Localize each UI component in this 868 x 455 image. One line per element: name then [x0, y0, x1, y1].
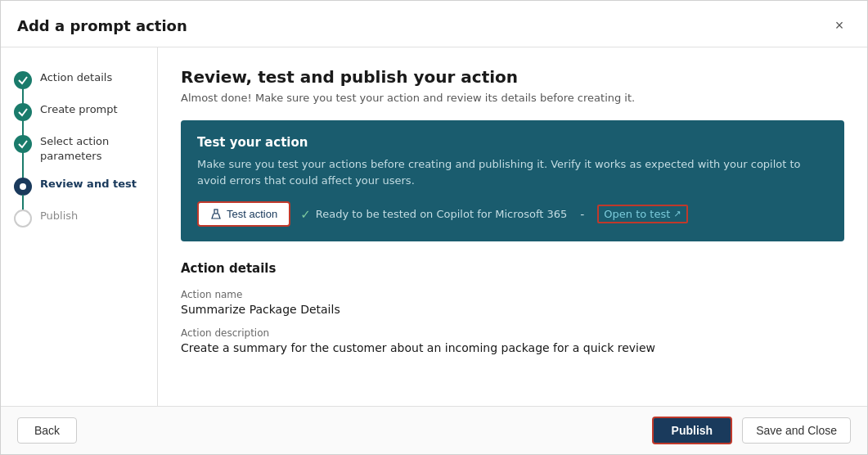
- step-label-review: Review and test: [40, 177, 137, 191]
- step-label-create-prompt: Create prompt: [40, 102, 118, 117]
- test-section-description: Make sure you test your actions before c…: [197, 156, 828, 188]
- action-details-section: Action details Action name Summarize Pac…: [181, 261, 844, 354]
- dialog-body: Action details Create prompt Select acti…: [1, 47, 867, 406]
- action-name-value: Summarize Package Details: [181, 303, 844, 316]
- action-name-group: Action name Summarize Package Details: [181, 289, 844, 316]
- step-label-select-params: Select action parameters: [40, 134, 144, 164]
- save-close-button[interactable]: Save and Close: [742, 417, 851, 444]
- step-label-publish: Publish: [40, 209, 78, 223]
- main-content: Review, test and publish your action Alm…: [158, 47, 867, 406]
- content-subtitle: Almost done! Make sure you test your act…: [181, 92, 844, 104]
- ready-check-icon: ✓: [300, 207, 311, 222]
- checkmark-icon-1: [17, 74, 29, 86]
- sidebar-item-publish[interactable]: Publish: [14, 202, 144, 234]
- content-title: Review, test and publish your action: [181, 67, 844, 87]
- checkmark-icon-3: [17, 138, 29, 150]
- test-actions-row: Test action ✓ Ready to be tested on Copi…: [197, 201, 828, 227]
- action-name-label: Action name: [181, 289, 844, 300]
- sidebar-item-create-prompt[interactable]: Create prompt: [14, 96, 144, 128]
- action-description-value: Create a summary for the customer about …: [181, 341, 844, 354]
- open-to-test-label: Open to test: [604, 208, 670, 220]
- test-action-label: Test action: [227, 208, 277, 220]
- test-section: Test your action Make sure you test your…: [181, 120, 844, 241]
- publish-button[interactable]: Publish: [652, 417, 733, 444]
- checkmark-icon-2: [17, 106, 29, 118]
- sidebar-item-action-details[interactable]: Action details: [14, 64, 144, 96]
- add-prompt-action-dialog: Add a prompt action × Action details Cre…: [0, 0, 868, 455]
- open-to-test-link[interactable]: Open to test ↗: [597, 205, 687, 223]
- sidebar-item-review-and-test[interactable]: Review and test: [14, 170, 144, 202]
- external-link-icon: ↗: [673, 209, 681, 219]
- step-circle-select-params: [14, 135, 32, 153]
- step-label-action-details: Action details: [40, 70, 112, 85]
- step-circle-review: [14, 178, 32, 196]
- step-circle-action-details: [14, 71, 32, 89]
- separator: -: [580, 208, 584, 221]
- dialog-title: Add a prompt action: [17, 17, 187, 34]
- ready-text: Ready to be tested on Copilot for Micros…: [316, 208, 568, 220]
- action-details-title: Action details: [181, 261, 844, 276]
- svg-rect-0: [214, 209, 218, 214]
- test-ready-status: ✓ Ready to be tested on Copilot for Micr…: [300, 207, 567, 222]
- close-icon: ×: [835, 17, 844, 34]
- sidebar-item-select-action-parameters[interactable]: Select action parameters: [14, 128, 144, 170]
- flask-icon: [210, 209, 222, 220]
- test-action-button[interactable]: Test action: [197, 201, 290, 227]
- step-circle-create-prompt: [14, 103, 32, 121]
- dialog-header: Add a prompt action ×: [1, 1, 867, 47]
- action-description-label: Action description: [181, 327, 844, 339]
- sidebar: Action details Create prompt Select acti…: [1, 47, 158, 406]
- step-circle-publish: [14, 209, 32, 228]
- active-step-dot: [20, 183, 26, 190]
- dialog-footer: Back Publish Save and Close: [1, 406, 867, 454]
- action-description-group: Action description Create a summary for …: [181, 327, 844, 354]
- footer-right: Publish Save and Close: [652, 417, 851, 444]
- close-button[interactable]: ×: [828, 14, 851, 37]
- test-section-title: Test your action: [197, 135, 828, 150]
- back-button[interactable]: Back: [17, 417, 77, 444]
